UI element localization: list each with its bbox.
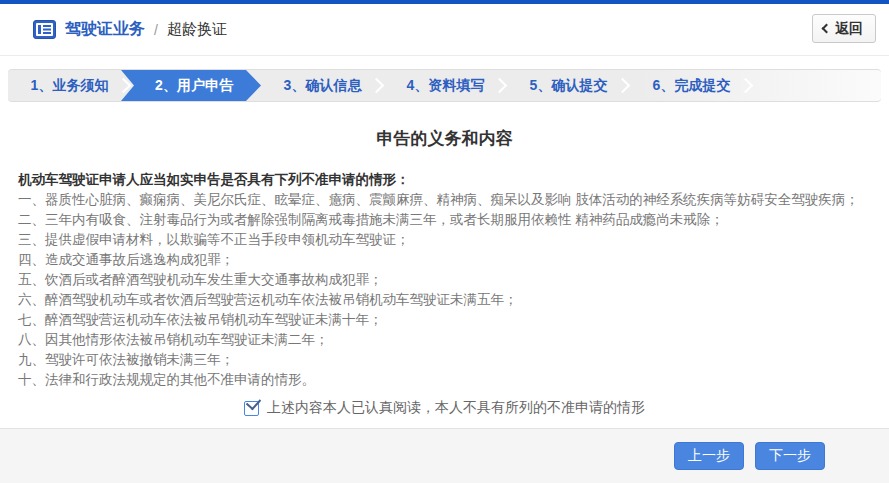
step-separator-chevron <box>738 77 754 93</box>
breadcrumb-section-link[interactable]: 驾驶证业务 <box>65 19 145 40</box>
declaration-item: 四、造成交通事故后逃逸构成犯罪； <box>18 250 871 270</box>
agreement-row: 上述内容本人已认真阅读，本人不具有所列的不准申请的情形 <box>18 399 871 417</box>
next-step-button[interactable]: 下一步 <box>755 442 825 470</box>
step-label: 3、确认信息 <box>284 77 362 95</box>
page-title: 申告的义务和内容 <box>0 127 889 150</box>
declaration-item: 二、三年内有吸食、注射毒品行为或者解除强制隔离戒毒措施未满三年，或者长期服用依赖… <box>18 210 871 230</box>
declaration-item: 七、醉酒驾驶营运机动车依法被吊销机动车驾驶证未满十年； <box>18 310 871 330</box>
step-label: 4、资料填写 <box>407 77 485 95</box>
step-label: 1、业务须知 <box>31 77 109 95</box>
step-3-confirm-info[interactable]: 3、确认信息 <box>261 70 384 101</box>
footer-action-bar: 上一步 下一步 <box>0 428 889 483</box>
declaration-content: 机动车驾驶证申请人应当如实申告是否具有下列不准申请的情形： 一、器质性心脏病、癫… <box>18 169 871 417</box>
back-button-label: 返回 <box>835 20 863 38</box>
step-label: 5、确认提交 <box>530 77 608 95</box>
previous-step-button[interactable]: 上一步 <box>674 442 744 470</box>
step-separator-chevron <box>492 77 508 93</box>
step-wizard: 1、业务须知 2、用户申告 3、确认信息 4、资料填写 5、确认提交 6、完成提… <box>8 69 881 102</box>
declaration-item: 五、饮酒后或者醉酒驾驶机动车发生重大交通事故构成犯罪； <box>18 270 871 290</box>
step-separator-chevron <box>369 77 385 93</box>
step-6-complete-submit[interactable]: 6、完成提交 <box>630 70 753 101</box>
chevron-left-icon <box>822 24 832 34</box>
step-separator-chevron <box>615 77 631 93</box>
header: 驾驶证业务 / 超龄换证 返回 <box>0 4 889 56</box>
declaration-item: 三、提供虚假申请材料，以欺骗等不正当手段申领机动车驾驶证； <box>18 230 871 250</box>
license-business-icon <box>33 20 56 39</box>
declaration-item: 一、器质性心脏病、癫痫病、美尼尔氏症、眩晕症、癔病、震颤麻痹、精神病、痴呆以及影… <box>18 190 871 210</box>
breadcrumb-current-page: 超龄换证 <box>167 20 227 39</box>
step-label: 2、用户申告 <box>155 77 233 95</box>
step-4-fill-materials[interactable]: 4、资料填写 <box>384 70 507 101</box>
declaration-item: 九、驾驶许可依法被撤销未满三年； <box>18 350 871 370</box>
declaration-intro: 机动车驾驶证申请人应当如实申告是否具有下列不准申请的情形： <box>18 169 871 190</box>
step-2-user-declaration[interactable]: 2、用户申告 <box>121 70 261 101</box>
step-1-business-notice[interactable]: 1、业务须知 <box>8 70 131 101</box>
step-label: 6、完成提交 <box>653 77 731 95</box>
step-5-confirm-submit[interactable]: 5、确认提交 <box>507 70 630 101</box>
agreement-checkbox[interactable] <box>244 401 259 416</box>
breadcrumb-separator: / <box>154 22 158 38</box>
back-button[interactable]: 返回 <box>812 14 876 43</box>
declaration-item: 六、醉酒驾驶机动车或者饮酒后驾驶营运机动车依法被吊销机动车驾驶证未满五年； <box>18 290 871 310</box>
declaration-item: 十、法律和行政法规规定的其他不准申请的情形。 <box>18 370 871 390</box>
step-separator-chevron <box>116 77 132 93</box>
agreement-label[interactable]: 上述内容本人已认真阅读，本人不具有所列的不准申请的情形 <box>267 399 645 417</box>
declaration-item: 八、因其他情形依法被吊销机动车驾驶证未满二年； <box>18 330 871 350</box>
